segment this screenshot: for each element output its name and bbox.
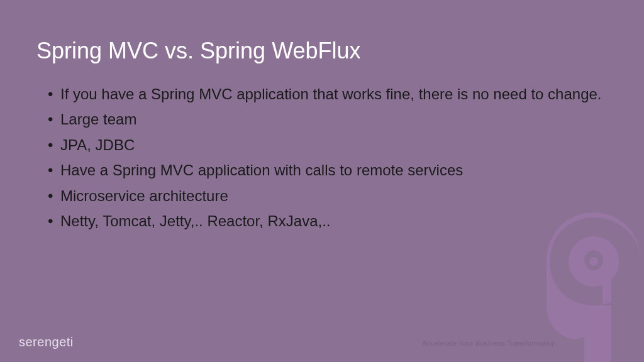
slide-title: Spring MVC vs. Spring WebFlux [36, 38, 608, 64]
list-item: Have a Spring MVC application with calls… [48, 160, 608, 180]
footer-tagline: Accelerate Your Business Transformation [422, 339, 556, 347]
slide-content: If you have a Spring MVC application tha… [36, 84, 608, 231]
bullet-list: If you have a Spring MVC application tha… [48, 84, 608, 231]
list-item: JPA, JDBC [48, 135, 608, 155]
list-item: Netty, Tomcat, Jetty,.. Reactor, RxJava,… [48, 211, 608, 231]
list-item: Large team [48, 109, 608, 129]
slide-container: Spring MVC vs. Spring WebFlux If you hav… [0, 0, 644, 362]
list-item: Microservice architecture [48, 186, 608, 206]
list-item: If you have a Spring MVC application tha… [48, 84, 608, 104]
svg-point-1 [589, 257, 598, 266]
brand-logo-text: serengeti [19, 335, 74, 349]
brand-g-icon [537, 211, 644, 362]
